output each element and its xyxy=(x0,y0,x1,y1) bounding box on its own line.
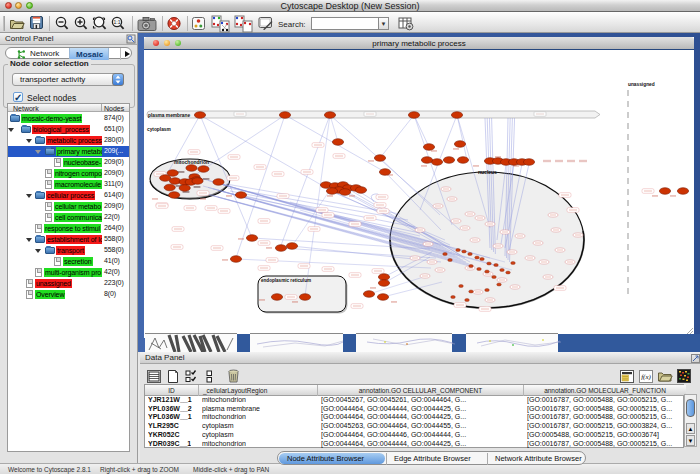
svg-text:f(x): f(x) xyxy=(641,373,651,381)
svg-text:cytoplasm: cytoplasm xyxy=(147,127,171,132)
svg-text:plasma membrane: plasma membrane xyxy=(148,113,190,118)
svg-text:mitochondrion: mitochondrion xyxy=(174,159,209,165)
svg-text:endoplasmic reticulum: endoplasmic reticulum xyxy=(261,278,311,283)
svg-text:nucleus: nucleus xyxy=(478,169,497,175)
svg-text:1:1: 1:1 xyxy=(114,19,121,25)
svg-text:unassigned: unassigned xyxy=(628,82,655,87)
